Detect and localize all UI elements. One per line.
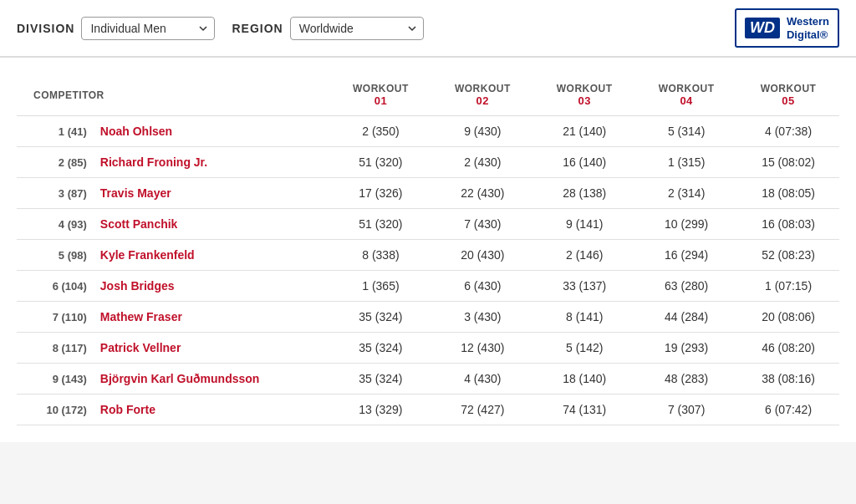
workout02-cell: 3 (430) <box>431 302 533 333</box>
workout02-cell: 2 (430) <box>431 147 533 178</box>
wd-badge: WD <box>745 18 780 38</box>
workout05-header: WORKOUT 05 <box>737 74 839 116</box>
wd-logo: WD Western Digital® <box>735 8 839 48</box>
table-row: 8 (117)Patrick Vellner35 (324)12 (430)5 … <box>17 333 839 364</box>
name-cell: Rob Forte <box>94 395 330 425</box>
workout01-cell: 17 (326) <box>329 178 431 209</box>
workout05-cell: 38 (08:16) <box>737 364 839 395</box>
table-row: 10 (172)Rob Forte13 (329)72 (427)74 (131… <box>17 395 839 425</box>
rank-cell: 5 (98) <box>17 240 94 271</box>
name-cell: Richard Froning Jr. <box>94 147 330 178</box>
competitor-name[interactable]: Mathew Fraser <box>100 310 182 323</box>
workout05-cell: 16 (08:03) <box>737 209 839 240</box>
rank-cell: 1 (41) <box>17 116 94 147</box>
workout03-cell: 5 (142) <box>533 333 635 364</box>
workout01-cell: 35 (324) <box>329 364 431 395</box>
main-content: COMPETITOR WORKOUT 01 WORKOUT 02 WORKOUT… <box>0 58 856 442</box>
workout01-cell: 13 (329) <box>329 395 431 425</box>
competitor-name[interactable]: Kyle Frankenfeld <box>100 248 195 262</box>
division-filter: DIVISION Individual Men <box>17 17 215 40</box>
workout03-cell: 2 (146) <box>533 240 635 271</box>
region-label: REGION <box>232 22 283 35</box>
competitor-name[interactable]: Noah Ohlsen <box>100 125 172 138</box>
workout02-cell: 20 (430) <box>431 240 533 271</box>
workout03-cell: 8 (141) <box>533 302 635 333</box>
table-row: 4 (93)Scott Panchik51 (320)7 (430)9 (141… <box>17 209 839 240</box>
table-row: 6 (104)Josh Bridges1 (365)6 (430)33 (137… <box>17 271 839 302</box>
workout02-cell: 9 (430) <box>431 116 533 147</box>
name-cell: Mathew Fraser <box>94 302 330 333</box>
competitor-name[interactable]: Scott Panchik <box>100 217 178 231</box>
competitor-name[interactable]: Richard Froning Jr. <box>100 155 207 169</box>
workout01-cell: 51 (320) <box>329 147 431 178</box>
wd-text: Western Digital® <box>787 15 829 41</box>
workout01-cell: 1 (365) <box>329 271 431 302</box>
workout05-cell: 15 (08:02) <box>737 147 839 178</box>
competitor-name[interactable]: Travis Mayer <box>100 186 171 200</box>
workout05-cell: 4 (07:38) <box>737 116 839 147</box>
workout03-cell: 21 (140) <box>533 116 635 147</box>
workout05-cell: 18 (08:05) <box>737 178 839 209</box>
workout04-cell: 7 (307) <box>635 395 737 425</box>
wd-line2: Digital® <box>787 28 829 42</box>
table-row: 3 (87)Travis Mayer17 (326)22 (430)28 (13… <box>17 178 839 209</box>
workout05-cell: 6 (07:42) <box>737 395 839 425</box>
rank-cell: 9 (143) <box>17 364 94 395</box>
region-filter: REGION Worldwide <box>232 17 423 40</box>
workout02-cell: 12 (430) <box>431 333 533 364</box>
workout03-cell: 16 (140) <box>533 147 635 178</box>
name-cell: Travis Mayer <box>94 178 330 209</box>
workout03-cell: 18 (140) <box>533 364 635 395</box>
rank-cell: 10 (172) <box>17 395 94 425</box>
competitor-name[interactable]: Josh Bridges <box>100 279 175 293</box>
workout01-cell: 35 (324) <box>329 333 431 364</box>
division-label: DIVISION <box>17 22 74 35</box>
rank-cell: 4 (93) <box>17 209 94 240</box>
rank-cell: 3 (87) <box>17 178 94 209</box>
table-row: 5 (98)Kyle Frankenfeld8 (338)20 (430)2 (… <box>17 240 839 271</box>
table-row: 2 (85)Richard Froning Jr.51 (320)2 (430)… <box>17 147 839 178</box>
name-cell: Björgvin Karl Guðmundsson <box>94 364 330 395</box>
workout01-cell: 51 (320) <box>329 209 431 240</box>
workout02-cell: 22 (430) <box>431 178 533 209</box>
workout04-cell: 19 (293) <box>635 333 737 364</box>
competitor-name[interactable]: Björgvin Karl Guðmundsson <box>100 372 260 385</box>
workout02-cell: 7 (430) <box>431 209 533 240</box>
name-cell: Noah Ohlsen <box>94 116 330 147</box>
workout02-cell: 4 (430) <box>431 364 533 395</box>
workout05-cell: 20 (08:06) <box>737 302 839 333</box>
division-select[interactable]: Individual Men <box>81 17 215 40</box>
workout04-cell: 2 (314) <box>635 178 737 209</box>
workout02-cell: 72 (427) <box>431 395 533 425</box>
wd-line1: Western <box>787 15 829 28</box>
workout02-cell: 6 (430) <box>431 271 533 302</box>
competitor-name[interactable]: Rob Forte <box>100 403 155 416</box>
workout04-cell: 48 (283) <box>635 364 737 395</box>
rank-cell: 8 (117) <box>17 333 94 364</box>
leaderboard-table: COMPETITOR WORKOUT 01 WORKOUT 02 WORKOUT… <box>17 74 839 425</box>
workout04-header: WORKOUT 04 <box>635 74 737 116</box>
workout05-cell: 52 (08:23) <box>737 240 839 271</box>
workout04-cell: 1 (315) <box>635 147 737 178</box>
workout04-cell: 16 (294) <box>635 240 737 271</box>
workout03-cell: 9 (141) <box>533 209 635 240</box>
header-bar: DIVISION Individual Men REGION Worldwide… <box>0 0 856 58</box>
name-cell: Kyle Frankenfeld <box>94 240 330 271</box>
name-cell: Patrick Vellner <box>94 333 330 364</box>
workout03-cell: 74 (131) <box>533 395 635 425</box>
rank-cell: 6 (104) <box>17 271 94 302</box>
workout01-header: WORKOUT 01 <box>329 74 431 116</box>
workout04-cell: 63 (280) <box>635 271 737 302</box>
workout01-cell: 35 (324) <box>329 302 431 333</box>
rank-cell: 7 (110) <box>17 302 94 333</box>
workout01-cell: 8 (338) <box>329 240 431 271</box>
region-select[interactable]: Worldwide <box>290 17 424 40</box>
workout04-cell: 10 (299) <box>635 209 737 240</box>
competitor-name[interactable]: Patrick Vellner <box>100 341 181 354</box>
workout04-cell: 44 (284) <box>635 302 737 333</box>
workout03-header: WORKOUT 03 <box>533 74 635 116</box>
rank-cell: 2 (85) <box>17 147 94 178</box>
workout03-cell: 33 (137) <box>533 271 635 302</box>
competitor-header: COMPETITOR <box>17 74 329 116</box>
workout03-cell: 28 (138) <box>533 178 635 209</box>
